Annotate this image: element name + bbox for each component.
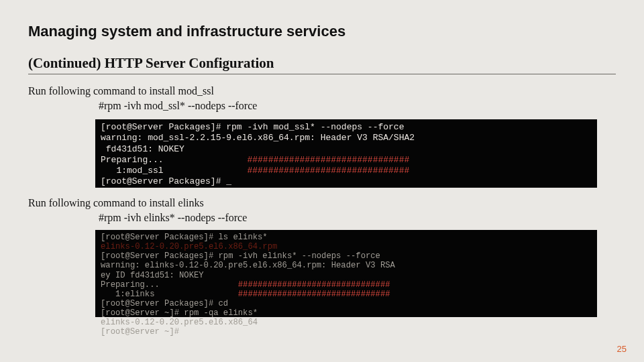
section2-command: #rpm -ivh elinks* --nodeps --force xyxy=(99,210,616,225)
term2-line: [root@Server Packages]# ls elinks* xyxy=(101,233,268,242)
term1-line: warning: mod_ssl-2.2.15-9.el6.x86_64.rpm… xyxy=(101,133,415,143)
term1-line: [root@Server Packages]# rpm -ivh mod_ssl… xyxy=(101,122,404,132)
term2-line: ey ID fd431d51: NOKEY xyxy=(101,271,204,280)
page-title: Managing system and infrastructure servi… xyxy=(28,23,616,40)
page-number: 25 xyxy=(617,344,627,354)
term1-line: Preparing... xyxy=(101,155,247,165)
term2-line: elinks-0.12-0.20.pre5.el6.x86_64.rpm xyxy=(101,242,277,251)
term2-line: [root@Server Packages]# rpm -ivh elinks*… xyxy=(101,251,380,261)
term2-progress: ############################### xyxy=(238,290,390,299)
term1-line: [root@Server Packages]# _ xyxy=(101,176,231,186)
term2-line: warning: elinks-0.12-0.20.pre5.el6.x86_6… xyxy=(101,261,395,270)
section1-command: #rpm -ivh mod_ssl* --nodeps --force xyxy=(99,99,616,113)
slide-page: Managing system and infrastructure servi… xyxy=(0,0,644,362)
term2-line: [root@Server ~]# xyxy=(101,327,184,337)
term1-progress: ############################### xyxy=(247,155,409,165)
terminal-output-1: [root@Server Packages]# rpm -ivh mod_ssl… xyxy=(95,119,597,188)
term1-progress: ############################### xyxy=(247,166,409,176)
body-content: Run following command to install mod_ssl… xyxy=(28,84,616,317)
term2-line: elinks-0.12-0.20.pre5.el6.x86_64 xyxy=(101,318,258,327)
term2-line: 1:elinks xyxy=(101,290,238,299)
term2-line: Preparing... xyxy=(101,280,238,290)
term1-line: 1:mod_ssl xyxy=(101,166,247,176)
term1-line: fd431d51: NOKEY xyxy=(101,144,184,154)
term2-progress: ############################### xyxy=(238,280,390,290)
terminal-output-2: [root@Server Packages]# ls elinks* elink… xyxy=(95,230,597,317)
term2-line: [root@Server ~]# rpm -qa elinks* xyxy=(101,308,258,318)
section-heading: (Continued) HTTP Server Configuration xyxy=(28,55,616,74)
section2-intro: Run following command to install elinks xyxy=(28,196,616,210)
term2-line: [root@Server Packages]# cd xyxy=(101,299,228,308)
section1-intro: Run following command to install mod_ssl xyxy=(28,84,616,99)
